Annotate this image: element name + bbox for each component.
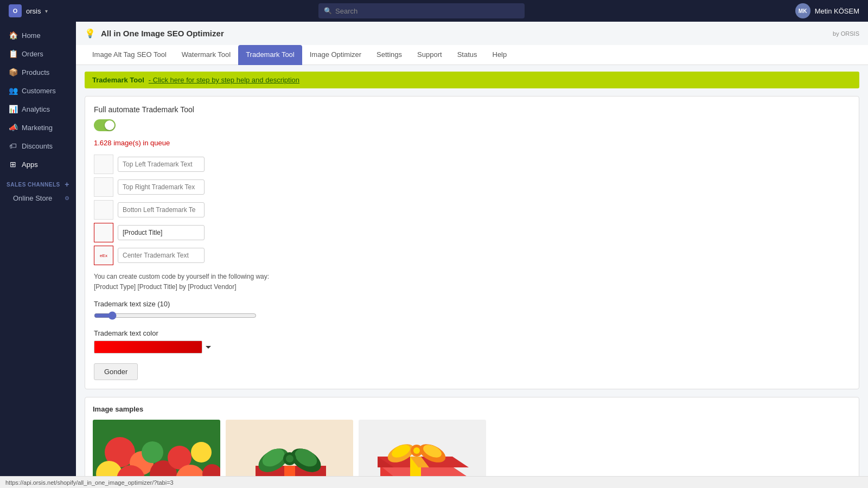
sidebar-item-label: Home (22, 31, 41, 40)
trademark-row-top-left (94, 155, 850, 174)
sidebar-item-home[interactable]: 🏠 Home (2, 27, 74, 44)
color-label: Trademark text color (94, 329, 850, 337)
store-name[interactable]: orsis (26, 7, 41, 15)
sidebar-item-orders[interactable]: 📋 Orders (2, 45, 74, 62)
trademark-thumb-top-left (94, 155, 113, 174)
sidebar-item-marketing[interactable]: 📣 Marketing (2, 119, 74, 136)
topbar: O orsis ▾ 🔍 MK Metin KÖSEM (0, 0, 868, 22)
statusbar: https://api.orsis.net/shopify/all_in_one… (0, 476, 868, 488)
image-grid (93, 420, 851, 476)
sales-channels-section: SALES CHANNELS + (0, 174, 76, 191)
store-icon: O (9, 4, 22, 17)
app-header-icon: 💡 (85, 28, 95, 38)
banner-title: Trademark Tool (92, 76, 144, 84)
color-picker-row (94, 341, 850, 354)
orders-icon: 📋 (9, 49, 17, 58)
trademark-row-top-right (94, 177, 850, 197)
add-sales-channel-button[interactable]: + (65, 180, 69, 189)
username: Metin KÖSEM (815, 7, 859, 15)
sidebar-item-products[interactable]: 📦 Products (2, 63, 74, 81)
queue-text: 1.628 image(s) in queue (94, 139, 850, 147)
trademark-input-product-title[interactable] (118, 225, 205, 240)
color-section: Trademark text color (94, 329, 850, 354)
tab-watermark[interactable]: Watermark Tool (174, 45, 238, 65)
home-icon: 🏠 (9, 31, 17, 40)
svg-point-5 (142, 441, 163, 463)
app-header-by: by ORSIS (833, 30, 859, 37)
sidebar-item-label: Apps (22, 160, 38, 169)
svg-point-41 (413, 447, 420, 454)
color-dropdown-arrow[interactable] (206, 346, 211, 349)
chevron-down-icon[interactable]: ▾ (45, 8, 48, 14)
image-samples-section: Image samples (85, 397, 859, 476)
slider-section: Trademark text size (10) (94, 300, 850, 322)
trademark-size-slider[interactable] (94, 311, 257, 320)
avatar: MK (795, 3, 810, 18)
trademark-thumb-bottom-left (94, 200, 113, 220)
tab-settings[interactable]: Settings (369, 45, 410, 65)
color-swatch[interactable] (94, 341, 202, 354)
customers-icon: 👥 (9, 86, 17, 95)
image-gift-green (226, 420, 353, 476)
trademark-input-top-left[interactable] (118, 157, 205, 172)
tabs-bar: Image Alt Tag SEO Tool Watermark Tool Tr… (76, 45, 868, 65)
image-samples-title: Image samples (93, 405, 851, 413)
sidebar-item-label: Discounts (22, 142, 53, 150)
search-bar: 🔍 (318, 3, 525, 18)
tab-status[interactable]: Status (450, 45, 485, 65)
tab-help[interactable]: Help (485, 45, 515, 65)
svg-rect-21 (284, 466, 295, 476)
slider-label: Trademark text size (10) (94, 300, 850, 308)
automate-toggle[interactable] (94, 119, 116, 131)
sidebar: 🏠 Home 📋 Orders 📦 Products 👥 Customers 📊… (0, 22, 76, 476)
search-input[interactable] (335, 7, 519, 15)
full-automate-label: Full automate Trademark Tool (94, 105, 850, 114)
help-banner: Trademark Tool - Click here for step by … (85, 72, 859, 88)
tab-image-alt[interactable]: Image Alt Tag SEO Tool (85, 45, 174, 65)
trademark-row-product-title (94, 223, 850, 242)
tab-trademark[interactable]: Trademark Tool (238, 45, 302, 65)
trademark-thumb-top-right (94, 177, 113, 197)
content-area: Trademark Tool - Click here for step by … (76, 65, 868, 476)
sidebar-item-label: Customers (22, 87, 56, 95)
trademark-input-bottom-left[interactable] (118, 202, 205, 217)
apps-icon: ⊞ (9, 160, 17, 169)
marketing-icon: 📣 (9, 123, 17, 132)
trademark-input-center[interactable] (118, 248, 205, 263)
sidebar-item-apps[interactable]: ⊞ Apps (2, 156, 74, 173)
trademark-row-bottom-left (94, 200, 850, 220)
app-header: 💡 All in One Image SEO Optimizer by ORSI… (76, 22, 868, 45)
trademark-rows: eEx (94, 155, 850, 265)
trademark-thumb-product-title (94, 223, 113, 242)
main-content: 💡 All in One Image SEO Optimizer by ORSI… (76, 22, 868, 476)
gonder-button[interactable]: Gonder (94, 363, 138, 380)
image-gift-red (359, 420, 486, 476)
app-header-title: All in One Image SEO Optimizer (101, 29, 224, 38)
banner-link[interactable]: - Click here for step by step help and d… (149, 76, 299, 84)
trademark-row-center: eEx (94, 246, 850, 265)
settings-icon[interactable]: ⚙ (65, 195, 69, 201)
custom-code-note: You can create custom code by yourself i… (94, 272, 850, 292)
analytics-icon: 📊 (9, 105, 17, 113)
trademark-input-top-right[interactable] (118, 179, 205, 195)
svg-point-27 (286, 455, 293, 463)
toggle-knob (105, 120, 114, 130)
topbar-right: MK Metin KÖSEM (795, 3, 859, 18)
discounts-icon: 🏷 (9, 142, 17, 150)
sidebar-item-analytics[interactable]: 📊 Analytics (2, 100, 74, 118)
toggle-wrap (94, 119, 850, 131)
trademark-thumb-center: eEx (94, 246, 113, 265)
trademark-tool-card: Full automate Trademark Tool 1.628 image… (85, 96, 859, 389)
sidebar-item-customers[interactable]: 👥 Customers (2, 82, 74, 99)
sidebar-item-label: Analytics (22, 105, 50, 113)
sidebar-item-online-store[interactable]: Online Store ⚙ (0, 191, 76, 206)
svg-point-9 (191, 442, 212, 463)
status-url: https://api.orsis.net/shopify/all_in_one… (5, 479, 174, 486)
sidebar-item-discounts[interactable]: 🏷 Discounts (2, 137, 74, 155)
search-icon: 🔍 (324, 7, 332, 15)
tab-image-optimizer[interactable]: Image Optimizer (302, 45, 369, 65)
tab-support[interactable]: Support (410, 45, 450, 65)
products-icon: 📦 (9, 68, 17, 76)
sidebar-item-label: Orders (22, 50, 43, 58)
online-store-label: Online Store (13, 194, 52, 202)
